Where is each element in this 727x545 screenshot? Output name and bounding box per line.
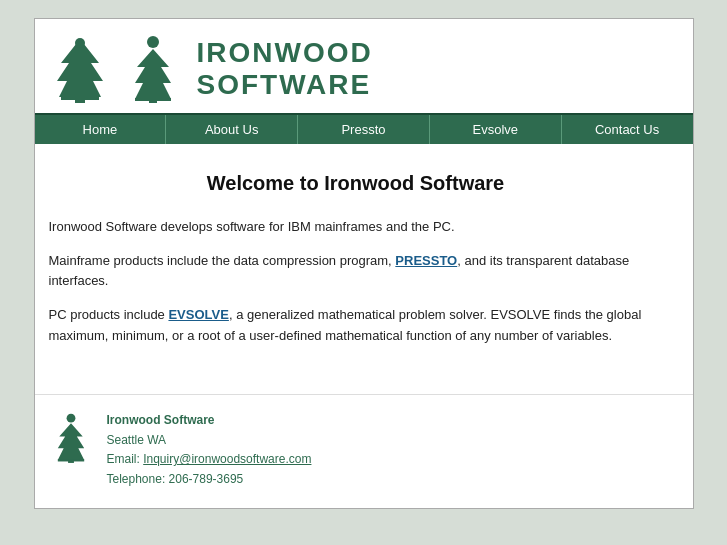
page-title: Welcome to Ironwood Software [49,172,663,195]
footer-city: Seattle WA [107,431,312,451]
logo-line2: SOFTWARE [197,69,373,101]
logo-line1: IRONWOOD [197,37,373,69]
pressto-link[interactable]: PRESSTO [395,253,457,268]
logo-icon [51,35,109,103]
svg-rect-7 [135,98,171,101]
svg-point-1 [75,38,85,48]
footer-tree-icon [49,411,93,465]
footer: Ironwood Software Seattle WA Email: Inqu… [35,394,693,508]
nav-evsolve[interactable]: Evsolve [430,115,562,144]
footer-email: Email: Inquiry@ironwoodsoftware.com [107,450,312,470]
nav-pressto[interactable]: Pressto [298,115,430,144]
footer-phone: Telephone: 206-789-3695 [107,470,312,490]
paragraph-2: Mainframe products include the data comp… [49,251,663,291]
svg-point-8 [66,414,75,423]
footer-email-link[interactable]: Inquiry@ironwoodsoftware.com [143,452,311,466]
footer-company: Ironwood Software [107,411,312,431]
nav-bar: Home About Us Pressto Evsolve Contact Us [35,113,693,144]
svg-rect-3 [61,97,99,100]
nav-home[interactable]: Home [35,115,167,144]
nav-contact[interactable]: Contact Us [562,115,693,144]
svg-marker-9 [57,423,83,460]
logo-tree-icon [123,33,183,105]
main-content: Welcome to Ironwood Software Ironwood So… [35,144,693,384]
nav-about[interactable]: About Us [166,115,298,144]
svg-point-4 [147,36,159,48]
paragraph-3: PC products include EVSOLVE, a generaliz… [49,305,663,345]
logo-text: IRONWOOD SOFTWARE [197,37,373,101]
footer-info: Ironwood Software Seattle WA Email: Inqu… [107,411,312,490]
paragraph-1: Ironwood Software develops software for … [49,217,663,237]
svg-rect-11 [57,459,83,461]
evsolve-link[interactable]: EVSOLVE [168,307,228,322]
svg-marker-5 [135,49,171,99]
header: IRONWOOD SOFTWARE [35,19,693,113]
